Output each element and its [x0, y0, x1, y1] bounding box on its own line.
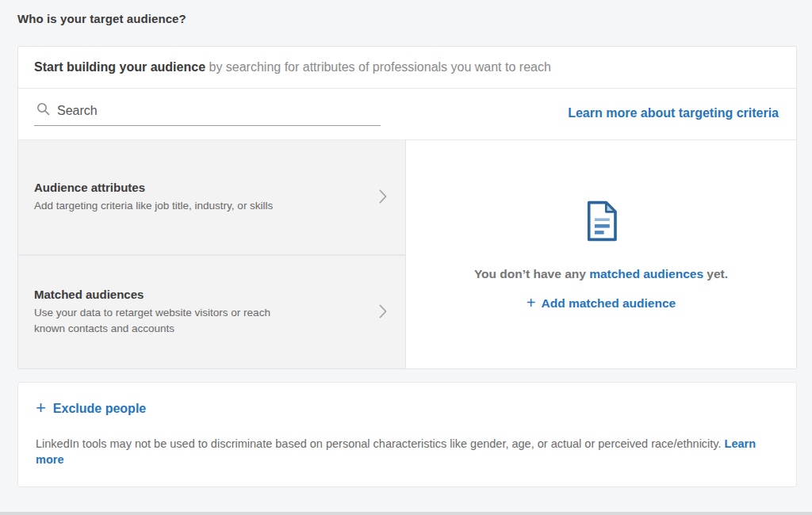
audience-attributes-panel[interactable]: Audience attributes Add targeting criter…: [18, 140, 405, 254]
matched-audiences-description: Use your data to retarget website visito…: [34, 305, 300, 338]
chevron-right-icon: [378, 303, 388, 322]
matched-audiences-empty-state: You don’t have any matched audiences yet…: [406, 140, 796, 368]
matched-audiences-title: Matched audiences: [34, 288, 300, 301]
search-icon: [36, 102, 50, 119]
empty-message-suffix: yet.: [703, 267, 728, 280]
builder-header-rest: by searching for attributes of professio…: [205, 60, 551, 74]
plus-icon: +: [527, 295, 536, 311]
learn-more-targeting-link[interactable]: Learn more about targeting criteria: [568, 106, 779, 120]
builder-card-header: Start building your audience by searchin…: [18, 47, 796, 89]
search-row: Learn more about targeting criteria: [18, 89, 796, 140]
add-matched-audience-label: Add matched audience: [542, 296, 676, 311]
matched-audiences-text: Matched audiences Use your data to retar…: [34, 288, 300, 338]
audience-targeting-section: Who is your target audience? Start build…: [0, 0, 812, 487]
search-box[interactable]: [34, 100, 381, 126]
page-title: Who is your target audience?: [17, 12, 797, 25]
exclude-people-label: Exclude people: [53, 402, 146, 416]
add-matched-audience-button[interactable]: + Add matched audience: [527, 296, 676, 311]
audience-attributes-description: Add targeting criteria like job title, i…: [34, 198, 273, 214]
builder-content: Audience attributes Add targeting criter…: [18, 140, 796, 368]
discrimination-disclaimer: LinkedIn tools may not be used to discri…: [36, 437, 779, 467]
search-input[interactable]: [57, 104, 379, 118]
exclude-people-button[interactable]: + Exclude people: [36, 400, 146, 418]
audience-builder-card: Start building your audience by searchin…: [17, 46, 797, 369]
empty-message-prefix: You don’t have any: [474, 267, 589, 280]
audience-attributes-text: Audience attributes Add targeting criter…: [34, 181, 273, 214]
builder-header-bold: Start building your audience: [34, 60, 205, 74]
attribute-panels-column: Audience attributes Add targeting criter…: [18, 140, 406, 368]
empty-state-message: You don’t have any matched audiences yet…: [474, 267, 728, 281]
matched-audiences-panel[interactable]: Matched audiences Use your data to retar…: [18, 254, 405, 368]
document-icon: [580, 197, 622, 248]
bottom-divider: [0, 512, 812, 515]
audience-attributes-title: Audience attributes: [34, 181, 273, 194]
chevron-right-icon: [378, 189, 388, 208]
plus-icon: +: [36, 399, 46, 417]
exclude-people-card: + Exclude people LinkedIn tools may not …: [17, 382, 797, 487]
matched-audiences-link[interactable]: matched audiences: [589, 267, 703, 280]
disclaimer-text: LinkedIn tools may not be used to discri…: [36, 437, 725, 450]
